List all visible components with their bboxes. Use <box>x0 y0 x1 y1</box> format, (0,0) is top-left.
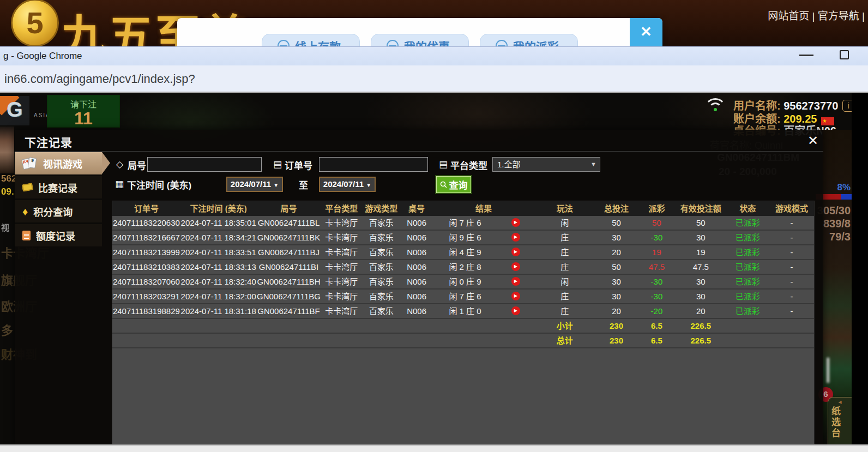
platform-select-value: 1.全部 <box>497 160 521 169</box>
browser-titlebar: g - Google Chrome <box>0 46 868 65</box>
cell-valid: 20 <box>676 304 726 318</box>
window-maximize-button[interactable] <box>840 50 849 59</box>
url-text[interactable]: in66.com/agingame/pcv1/index.jsp? <box>4 72 195 86</box>
cell-mode: - <box>769 216 814 230</box>
total-payout: 6.5 <box>637 319 676 333</box>
cell-mode: - <box>769 260 814 274</box>
cell-game: 百家乐 <box>362 304 400 318</box>
cell-game: 百家乐 <box>362 216 400 230</box>
replay-play-icon[interactable]: ▶ <box>511 233 520 242</box>
round-input[interactable] <box>147 157 262 172</box>
total-label: 小计 <box>534 319 595 333</box>
wifi-icon <box>704 98 726 113</box>
cell-table: N006 <box>400 260 433 274</box>
order-input[interactable] <box>319 157 428 172</box>
sidebar-item-3[interactable]: ♦积分查询 <box>15 200 102 222</box>
list-icon: ▤ <box>439 159 448 170</box>
replay-play-icon[interactable]: ▶ <box>511 292 520 300</box>
date-from-select[interactable]: 2024/07/11 ▼ <box>226 177 283 192</box>
total-empty <box>433 319 497 333</box>
table-row: 2407111832139992024-07-11 18:33:51GN0062… <box>112 245 814 260</box>
total-valid: 226.5 <box>676 334 726 347</box>
popup-button-3[interactable]: 我的派彩 <box>480 34 578 46</box>
query-button[interactable]: 查询 <box>436 176 471 193</box>
cell-order: 240711183198829 <box>112 304 180 318</box>
diamond-icon: ♦ <box>22 206 28 217</box>
cell-replay: ▶ <box>497 216 534 230</box>
cell-result: 闲 4 庄 9 <box>433 245 497 259</box>
total-empty <box>726 319 769 333</box>
cell-replay: ▶ <box>497 245 534 259</box>
column-header: 局号 <box>257 201 321 216</box>
cell-payout: -30 <box>637 275 676 288</box>
cell-status: 已派彩 <box>726 304 769 318</box>
column-header: 游戏模式 <box>769 201 814 216</box>
popup-button-label: 线上存款 <box>295 38 341 46</box>
cell-payout: 19 <box>637 245 676 259</box>
cell-status: 已派彩 <box>726 245 769 259</box>
replay-play-icon[interactable]: ▶ <box>511 262 520 271</box>
column-header: 状态 <box>726 201 769 216</box>
site-top-nav[interactable]: 网站首页 | 官方导航 | <box>768 8 865 22</box>
promo-icon <box>387 40 399 46</box>
replay-play-icon[interactable]: ▶ <box>511 306 520 315</box>
order-filter-label: 订单号 <box>285 158 312 172</box>
sidebar-item-4[interactable]: 额度记录 <box>15 224 102 246</box>
platform-select[interactable]: 1.全部 ▼ <box>492 157 600 172</box>
popup-button-1[interactable]: 线上存款 <box>262 34 360 46</box>
cell-payout: 47.5 <box>637 260 676 274</box>
cell-bet: 30 <box>595 275 638 288</box>
replay-play-icon[interactable]: ▶ <box>511 218 520 227</box>
cell-status: 已派彩 <box>726 231 769 244</box>
sidebar-item-label: 视讯游戏 <box>43 156 82 171</box>
cell-table: N006 <box>400 304 433 318</box>
cell-table: N006 <box>400 275 433 288</box>
table-picker-tab[interactable]: ◂ 纸选台 <box>828 397 852 452</box>
sidebar-item-label: 积分查询 <box>33 204 73 219</box>
sidebar-item-label: 额度记录 <box>36 228 75 243</box>
cell-payout: -20 <box>637 304 676 318</box>
cell-play: 庄 <box>534 231 595 244</box>
sidebar-item-1[interactable]: K♥9视讯游戏 <box>15 152 102 174</box>
cell-round: GN006247111BK <box>257 231 321 244</box>
date-to-select[interactable]: 2024/07/11 ▼ <box>319 177 376 192</box>
table-row: 2407111832206302024-07-11 18:35:01GN0062… <box>112 216 814 231</box>
total-empty <box>497 334 534 347</box>
cell-table: N006 <box>400 231 433 244</box>
dialog-close-icon[interactable]: ✕ <box>805 132 821 149</box>
cell-status: 已派彩 <box>726 275 769 288</box>
popup-button-2[interactable]: 我的优惠 <box>371 34 469 46</box>
table-row: 2407111832032912024-07-11 18:32:00GN0062… <box>112 290 814 304</box>
cell-result: 闲 9 庄 6 <box>433 231 497 244</box>
column-header: 平台类型 <box>321 201 362 216</box>
cell-valid: 47.5 <box>676 260 726 274</box>
totals-row: 总计2306.5226.5 <box>112 334 814 348</box>
cell-payout: -30 <box>637 231 676 244</box>
cell-mode: - <box>769 275 814 288</box>
cell-platform: 卡卡湾厅 <box>321 275 362 288</box>
cell-round: GN006247111BJ <box>257 245 321 259</box>
column-header: 游戏类型 <box>362 201 400 216</box>
cell-order: 240711183210383 <box>112 260 180 274</box>
left-fragment: 视 <box>1 221 9 233</box>
popup-close-button[interactable]: ✕ <box>630 18 662 46</box>
replay-play-icon[interactable]: ▶ <box>511 248 520 256</box>
total-empty <box>321 334 362 347</box>
sidebar-item-2[interactable]: 比赛记录 <box>15 176 102 198</box>
column-header: 有效投注额 <box>676 201 726 216</box>
table-row: 2407111831988292024-07-11 18:31:18GN0062… <box>112 304 814 319</box>
table-row: 2407111832166672024-07-11 18:34:21GN0062… <box>112 231 814 245</box>
cell-status: 已派彩 <box>726 290 769 303</box>
cell-play: 闲 <box>534 216 595 230</box>
cell-platform: 卡卡湾厅 <box>321 290 362 303</box>
cell-platform: 卡卡湾厅 <box>321 245 362 259</box>
cell-replay: ▶ <box>497 275 534 288</box>
replay-play-icon[interactable]: ▶ <box>511 277 520 286</box>
cell-result: 闲 0 庄 9 <box>433 275 497 288</box>
chevron-down-icon: ▼ <box>366 182 371 188</box>
column-header: 结果 <box>433 201 534 216</box>
total-empty <box>257 319 321 333</box>
window-minimize-button[interactable] <box>799 55 813 56</box>
cell-bet: 30 <box>595 231 638 244</box>
total-empty <box>180 334 257 347</box>
